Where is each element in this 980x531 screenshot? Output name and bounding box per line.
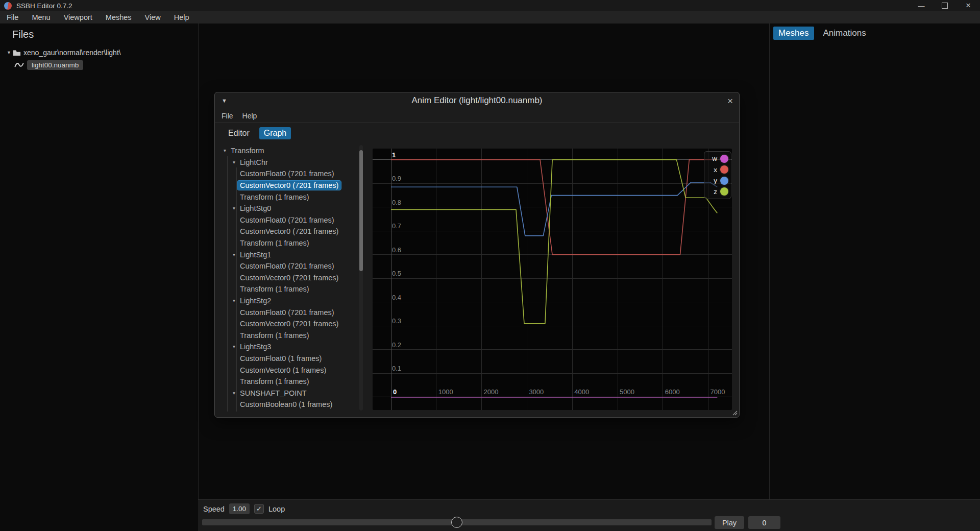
collapse-arrow-icon[interactable]: ▼ (7, 50, 13, 55)
collapse-arrow-icon[interactable]: ▼ (231, 206, 237, 211)
frame-slider-handle[interactable] (451, 517, 462, 528)
tree-item[interactable]: CustomVector0 (7201 frames) (217, 272, 358, 284)
tree-item[interactable]: ▼LightStg3 (217, 341, 358, 353)
speed-value-field[interactable]: 1.00 (229, 503, 250, 514)
tree-item[interactable]: ▼Transform (217, 145, 358, 157)
menubar: File Menu Viewport Meshes View Help (0, 11, 980, 24)
minimize-icon: — (918, 2, 925, 10)
play-button[interactable]: Play (715, 516, 744, 529)
minimize-button[interactable]: — (910, 0, 933, 11)
anim-editor-close-icon[interactable]: × (727, 96, 733, 106)
x-tick-label: 3000 (529, 388, 544, 396)
x-tick-label: 6000 (665, 388, 680, 396)
tree-item[interactable]: CustomVector0 (7201 frames) (217, 180, 358, 191)
legend-entry-x[interactable]: x (704, 164, 731, 176)
anim-editor-menubar: File Help (215, 109, 739, 123)
speed-row: Speed 1.00 ✓ Loop (203, 503, 285, 514)
menu-viewport[interactable]: Viewport (57, 11, 99, 23)
tree-item[interactable]: ▼LightChr (217, 157, 358, 168)
legend-label: y (714, 177, 717, 184)
right-panel: Meshes Animations (769, 23, 980, 499)
tree-item-label: Transform (1 frames) (237, 377, 312, 386)
tab-meshes[interactable]: Meshes (773, 27, 814, 40)
tree-item[interactable]: Transform (1 frames) (217, 237, 358, 249)
folder-row[interactable]: ▼ xeno_gaur\normal\render\light\ (0, 47, 121, 58)
tree-item-label: CustomFloat0 (7201 frames) (237, 261, 337, 271)
collapse-arrow-icon[interactable]: ▼ (231, 160, 237, 165)
tree-item[interactable]: ▼LightStg1 (217, 249, 358, 260)
legend-entry-y[interactable]: y (704, 175, 731, 186)
collapse-arrow-icon[interactable]: ▼ (231, 298, 237, 303)
legend-color-dot (720, 187, 728, 196)
y-tick-label: 0.3 (392, 317, 401, 325)
files-panel-title: Files (12, 29, 34, 40)
menu-menu[interactable]: Menu (25, 11, 57, 23)
tree-item-label: LightStg2 (237, 296, 274, 305)
collapse-arrow-icon[interactable]: ▼ (231, 344, 237, 349)
tree-item-label: CustomVector0 (7201 frames) (237, 319, 341, 328)
files-panel: Files ▼ xeno_gaur\normal\render\light\ l… (0, 23, 199, 531)
collapse-arrow-icon[interactable]: ▼ (222, 148, 228, 153)
tree-item[interactable]: CustomBoolean0 (1 frames) (217, 399, 358, 411)
anim-editor-title: Anim Editor (light/light00.nuanmb) (215, 95, 739, 106)
file-row[interactable]: light00.nuanmb (0, 59, 83, 70)
loop-checkbox[interactable]: ✓ (254, 504, 264, 514)
legend-label: z (714, 188, 717, 196)
tree-item[interactable]: Transform (1 frames) (217, 376, 358, 388)
anim-menu-help[interactable]: Help (238, 112, 262, 120)
collapse-arrow-icon[interactable]: ▼ (231, 252, 237, 257)
menu-file[interactable]: File (0, 11, 25, 23)
tree-scrollbar-thumb[interactable] (359, 150, 363, 271)
tree-item-label: CustomVector0 (7201 frames) (237, 227, 341, 236)
legend-entry-w[interactable]: w (704, 153, 731, 164)
legend-color-dot (720, 155, 728, 163)
tree-item[interactable]: CustomVector0 (1 frames) (217, 364, 358, 376)
menu-view[interactable]: View (138, 11, 167, 23)
tree-item[interactable]: ▼LightStg2 (217, 295, 358, 307)
tab-graph[interactable]: Graph (259, 127, 291, 139)
tree-item-label: Transform (1 frames) (237, 284, 312, 294)
tree-item-label: SUNSHAFT_POINT (237, 389, 309, 398)
file-name[interactable]: light00.nuanmb (27, 60, 83, 70)
menu-meshes[interactable]: Meshes (99, 11, 138, 23)
folder-icon (13, 50, 21, 56)
tree-item-label: LightStg1 (237, 250, 274, 259)
maximize-button[interactable] (933, 0, 957, 11)
tree-item[interactable]: CustomFloat0 (7201 frames) (217, 260, 358, 272)
tree-item[interactable]: Transform (1 frames) (217, 283, 358, 295)
legend-entry-z[interactable]: z (704, 186, 731, 198)
y-tick-label: 0.6 (392, 246, 401, 254)
window-title: SSBH Editor 0.7.2 (16, 2, 72, 10)
tab-editor[interactable]: Editor (224, 127, 254, 139)
playback-bar: Speed 1.00 ✓ Loop Play 0 (198, 499, 980, 531)
folder-path: xeno_gaur\normal\render\light\ (23, 49, 121, 57)
tree-item[interactable]: CustomFloat0 (7201 frames) (217, 168, 358, 180)
tree-scrollbar[interactable] (359, 145, 363, 411)
check-icon: ✓ (256, 505, 262, 513)
collapse-arrow-icon[interactable]: ▼ (231, 391, 237, 396)
graph-legend[interactable]: wxyz (704, 151, 731, 199)
tree-item[interactable]: CustomVector0 (7201 frames) (217, 318, 358, 330)
frame-value-field[interactable]: 0 (748, 516, 780, 529)
tree-item[interactable]: CustomVector0 (7201 frames) (217, 226, 358, 237)
graph-plot[interactable]: 0.10.20.30.40.50.60.70.80.91010002000300… (373, 149, 732, 410)
x-tick-label: 7000 (710, 388, 725, 396)
tree-item-label: CustomFloat0 (7201 frames) (237, 308, 337, 317)
resize-grip-icon[interactable] (731, 409, 738, 416)
tree-item[interactable]: CustomFloat0 (7201 frames) (217, 306, 358, 318)
tree-item[interactable]: CustomFloat0 (7201 frames) (217, 214, 358, 226)
tree-item[interactable]: Transform (1 frames) (217, 191, 358, 203)
menu-help[interactable]: Help (167, 11, 196, 23)
tree-item[interactable]: ▼LightStg0 (217, 203, 358, 214)
x-tick-label: 2000 (484, 388, 499, 396)
legend-label: w (712, 155, 717, 162)
anim-menu-file[interactable]: File (217, 112, 238, 120)
tree-item[interactable]: CustomFloat0 (1 frames) (217, 353, 358, 365)
tree-item[interactable]: Transform (1 frames) (217, 330, 358, 342)
tree-item[interactable]: ▼SUNSHAFT_POINT (217, 387, 358, 399)
series-y (391, 182, 717, 236)
tab-animations[interactable]: Animations (818, 27, 871, 40)
close-button[interactable]: × (957, 0, 980, 11)
anim-editor-titlebar[interactable]: ▼ Anim Editor (light/light00.nuanmb) × (215, 92, 739, 109)
tree-item-label: Transform (1 frames) (237, 192, 312, 202)
